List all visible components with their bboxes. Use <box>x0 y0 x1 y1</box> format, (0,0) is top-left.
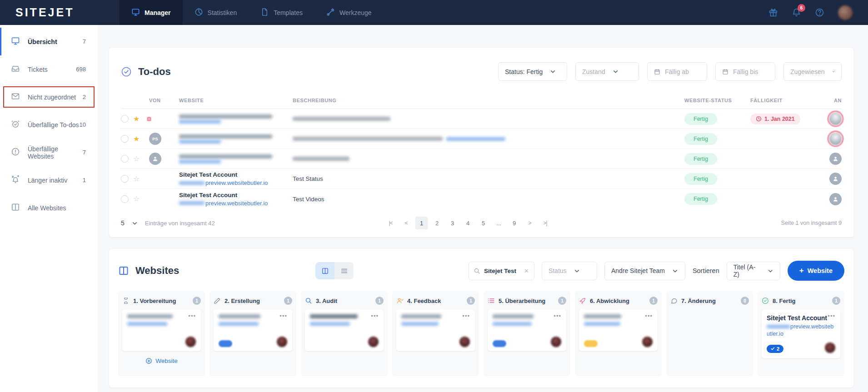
nav-tab-werkzeuge[interactable]: Werkzeuge <box>314 0 384 25</box>
status-badge: Fertig <box>684 133 717 145</box>
zugewiesen-filter-dropdown[interactable]: Zugewiesen <box>783 62 842 81</box>
redacted-link <box>179 120 221 124</box>
first-page-button[interactable]: |< <box>384 217 397 229</box>
sidebar-item-ueberfaellige-todos[interactable]: Überfällige To-dos 10 <box>0 111 98 139</box>
section-heading: Websites <box>135 265 179 277</box>
page-button[interactable]: 3 <box>446 217 459 229</box>
bell-icon[interactable]: 6 <box>792 8 801 17</box>
sort-dropdown[interactable]: Titel (A-Z) <box>727 262 780 280</box>
column-count-badge: 1 <box>832 297 840 305</box>
status-filter-dropdown[interactable]: Status <box>542 262 597 280</box>
faellig-bis-date-input[interactable]: Fällig bis <box>715 62 775 81</box>
search-input[interactable] <box>484 268 520 274</box>
last-page-button[interactable]: >| <box>539 217 552 229</box>
column-count-badge: 1 <box>649 297 658 305</box>
star-icon[interactable]: ☆ <box>133 175 140 183</box>
page-button[interactable]: 2 <box>431 217 444 229</box>
row-checkbox[interactable] <box>121 115 129 123</box>
kanban-view-button[interactable] <box>315 262 334 279</box>
table-row[interactable]: ★ PS Fertig <box>121 129 842 149</box>
nav-tab-statistiken[interactable]: Statistiken <box>183 0 249 25</box>
add-website-link[interactable]: Website <box>122 357 201 364</box>
redacted-link <box>446 137 505 141</box>
clear-search-icon[interactable]: ✕ <box>524 268 529 274</box>
star-icon[interactable]: ★ <box>133 135 140 143</box>
table-row[interactable]: ☆ Sitejet Test Account preview.websitebu… <box>121 189 842 209</box>
website-card[interactable]: ••• <box>305 309 384 351</box>
faellig-ab-date-input[interactable]: Fällig ab <box>647 62 707 81</box>
assignee-avatar <box>829 193 842 205</box>
gift-icon[interactable] <box>768 8 778 17</box>
row-checkbox[interactable] <box>121 175 129 183</box>
star-icon[interactable]: ☆ <box>133 195 140 203</box>
kanban-column-erstellung: 2. Erstellung 1 ••• <box>210 291 296 376</box>
page-button[interactable]: 4 <box>462 217 474 229</box>
redacted-link <box>179 160 221 164</box>
kanban-column-vorbereitung: 1. Vorbereitung 1 ••• Website <box>118 291 205 376</box>
todos-title: To-dos <box>121 66 171 78</box>
sidebar-item-tickets[interactable]: Tickets 698 <box>0 55 98 83</box>
per-page-dropdown[interactable]: 5 <box>121 219 138 227</box>
more-menu-icon[interactable]: ••• <box>188 314 196 318</box>
add-website-button[interactable]: +Website <box>788 261 844 281</box>
sidebar-item-uebersicht[interactable]: Übersicht 7 <box>0 28 98 55</box>
sidebar-item-nicht-zugeordnet[interactable]: Nicht zugeordnet 2 <box>0 83 98 111</box>
sidebar-item-ueberfaellige-websites[interactable]: Überfällige Websites 7 <box>0 139 98 166</box>
status-filter-dropdown[interactable]: Status: Fertig <box>498 62 567 81</box>
team-filter-dropdown[interactable]: Andre Sitejet Team <box>604 262 685 280</box>
redacted-text <box>584 314 621 318</box>
websites-title: Websites <box>118 265 179 277</box>
nav-tab-templates[interactable]: Templates <box>249 0 314 25</box>
website-card[interactable]: ••• <box>396 309 475 351</box>
column-header-website: WEBSITE <box>179 98 293 103</box>
website-card[interactable]: ••• <box>579 309 658 351</box>
page-button[interactable]: 1 <box>415 217 428 229</box>
more-menu-icon[interactable]: ••• <box>462 314 470 318</box>
user-avatar[interactable] <box>838 5 853 20</box>
pager: |< < 1 2 3 4 5 ... 9 > >| <box>384 217 552 229</box>
kanban-column-feedback: 4. Feedback 1 ••• <box>392 291 479 376</box>
row-checkbox[interactable] <box>121 195 129 203</box>
table-row[interactable]: ★ Fertig 1. Jan 2021 <box>121 109 842 129</box>
more-menu-icon[interactable]: ••• <box>279 314 287 318</box>
topbar-actions: 6 <box>768 5 868 20</box>
website-link[interactable]: preview.websitebutler.io <box>205 179 268 186</box>
sidebar-item-laenger-inaktiv[interactable]: Länger inaktiv 1 <box>0 166 98 194</box>
page-button[interactable]: 5 <box>477 217 490 229</box>
redacted-text <box>179 114 272 119</box>
chevron-down-icon <box>832 69 835 74</box>
website-search-box[interactable]: ✕ <box>469 262 534 280</box>
redacted-text <box>219 314 260 318</box>
redacted-text <box>310 314 358 318</box>
chevron-down-icon <box>132 220 138 226</box>
entries-total-text: Einträge von insgesamt 42 <box>145 220 215 227</box>
star-icon[interactable]: ☆ <box>133 155 140 163</box>
website-card[interactable]: ••• <box>488 309 566 351</box>
sidebar-item-alle-websites[interactable]: Alle Websites <box>0 194 98 222</box>
page-button[interactable]: 9 <box>508 217 521 229</box>
more-menu-icon[interactable]: ••• <box>828 314 835 318</box>
website-link[interactable]: preview.websitebutler.io <box>205 200 268 207</box>
redacted-link <box>127 322 167 326</box>
website-card[interactable]: ••• <box>214 309 292 351</box>
more-menu-icon[interactable]: ••• <box>554 314 561 318</box>
website-card[interactable]: ••• <box>122 309 201 351</box>
website-card[interactable]: Sitejet Test Account••• preview.websiteb… <box>762 309 840 358</box>
prev-page-button[interactable]: < <box>400 217 413 229</box>
website-name: Sitejet Test Account <box>179 192 293 198</box>
row-checkbox[interactable] <box>121 135 129 143</box>
zustand-filter-dropdown[interactable]: Zustand <box>575 62 639 81</box>
next-page-button[interactable]: > <box>524 217 536 229</box>
table-row[interactable]: ☆ Sitejet Test Account preview.websitebu… <box>121 169 842 189</box>
magnifier-icon <box>305 297 312 304</box>
nav-tab-manager[interactable]: Manager <box>120 0 183 25</box>
list-view-button[interactable] <box>334 262 354 279</box>
more-menu-icon[interactable]: ••• <box>645 314 653 318</box>
row-checkbox[interactable] <box>121 155 129 163</box>
help-icon[interactable] <box>815 8 824 17</box>
table-row[interactable]: ☆ Fertig <box>121 149 842 169</box>
star-icon[interactable]: ★ <box>133 115 140 123</box>
nav-tab-label: Werkzeuge <box>339 9 372 16</box>
more-menu-icon[interactable]: ••• <box>371 314 379 318</box>
pencil-icon <box>214 297 221 304</box>
